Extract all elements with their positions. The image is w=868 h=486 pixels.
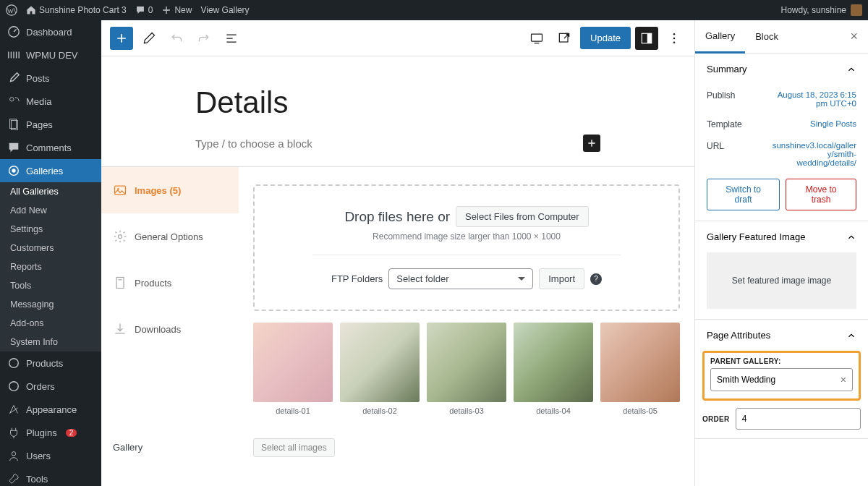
wp-logo[interactable] [6, 4, 17, 16]
tab-general[interactable]: General Options [101, 213, 239, 260]
panel-page-attributes-header[interactable]: Page Attributes [695, 320, 868, 351]
tools-icon [7, 472, 20, 485]
add-block-button[interactable] [110, 27, 133, 50]
menu-users[interactable]: Users [0, 444, 101, 467]
plugins-badge: 2 [66, 429, 77, 437]
post-title[interactable]: Details [195, 85, 600, 120]
tab-block[interactable]: Block [745, 21, 788, 52]
svg-point-9 [12, 452, 15, 456]
thumb-3[interactable]: details-03 [427, 323, 506, 415]
submenu-addons[interactable]: Add-ons [0, 314, 101, 333]
view-button[interactable] [525, 27, 548, 50]
howdy-link[interactable]: Howdy, sunshine [781, 5, 847, 15]
submenu-tools[interactable]: Tools [0, 276, 101, 295]
url-value[interactable]: sunshinev3.local/gallery/smith-wedding/d… [770, 141, 856, 167]
document-overview-button[interactable] [220, 27, 243, 50]
select-files-button[interactable]: Select Files from Computer [456, 206, 589, 227]
featured-image-placeholder[interactable]: Set featured image image [707, 252, 856, 309]
settings-sidebar: Gallery Block × Summary PublishAugust 18… [694, 20, 868, 486]
menu-media[interactable]: Media [0, 90, 101, 113]
svg-point-7 [9, 359, 19, 368]
template-value[interactable]: Single Posts [810, 119, 856, 128]
select-all-button[interactable]: Select all images [253, 438, 335, 457]
menu-dashboard[interactable]: Dashboard [0, 20, 101, 43]
submenu-system-info[interactable]: System Info [0, 333, 101, 351]
close-settings-button[interactable]: × [840, 29, 868, 44]
clear-parent-button[interactable]: × [841, 374, 846, 385]
svg-rect-11 [559, 33, 568, 42]
upload-dropzone[interactable]: Drop files here or Select Files from Com… [253, 184, 680, 311]
menu-posts[interactable]: Posts [0, 67, 101, 90]
pages-icon [7, 118, 20, 131]
update-button[interactable]: Update [580, 27, 631, 49]
tab-products[interactable]: Products [101, 260, 239, 306]
thumb-4[interactable]: details-04 [514, 323, 593, 415]
switch-to-draft-button[interactable]: Switch to draft [707, 179, 780, 210]
plugins-icon [7, 426, 20, 439]
add-block-inline-button[interactable] [583, 135, 600, 152]
order-input[interactable] [736, 408, 861, 430]
products-icon [7, 357, 20, 370]
panel-summary-header[interactable]: Summary [695, 54, 868, 85]
posts-icon [7, 72, 20, 85]
media-icon [7, 95, 20, 108]
submenu-all-galleries[interactable]: All Galleries [0, 182, 101, 201]
gear-icon [113, 229, 127, 244]
redo-button[interactable] [192, 27, 216, 50]
new-link[interactable]: New [161, 5, 192, 15]
menu-galleries[interactable]: Galleries [0, 159, 101, 182]
submenu-add-new[interactable]: Add New [0, 201, 101, 220]
tab-gallery[interactable]: Gallery [695, 20, 745, 54]
menu-pages[interactable]: Pages [0, 113, 101, 136]
admin-bar: Sunshine Photo Cart 3 0 New View Gallery… [0, 0, 868, 20]
parent-gallery-label: PARENT GALLERY: [710, 357, 853, 365]
menu-tools[interactable]: Tools [0, 467, 101, 486]
ftp-folder-select[interactable]: Select folder [388, 268, 533, 289]
template-label: Template [707, 119, 742, 129]
menu-comments[interactable]: Comments [0, 136, 101, 159]
parent-gallery-input[interactable]: Smith Wedding × [710, 368, 853, 391]
menu-plugins[interactable]: Plugins2 [0, 421, 101, 444]
preview-button[interactable] [553, 27, 576, 50]
svg-point-16 [673, 41, 676, 43]
submenu-settings[interactable]: Settings [0, 220, 101, 239]
gallery-meta-tabs: Images (5) General Options Products Down… [101, 167, 239, 474]
panel-featured-header[interactable]: Gallery Featured Image [695, 221, 868, 252]
thumb-2[interactable]: details-02 [340, 323, 420, 415]
comments-icon [7, 141, 20, 154]
import-button[interactable]: Import [539, 268, 584, 289]
publish-value[interactable]: August 18, 2023 6:15 pm UTC+0 [770, 90, 856, 108]
menu-products[interactable]: Products [0, 351, 101, 375]
chevron-up-icon [846, 331, 856, 341]
move-to-trash-button[interactable]: Move to trash [786, 179, 856, 210]
dropzone-hint: Recommend image size larger than 1000 × … [269, 231, 664, 242]
admin-sidebar: Dashboard WPMU DEV Posts Media Pages Com… [0, 20, 101, 486]
submenu-customers[interactable]: Customers [0, 239, 101, 257]
thumb-1[interactable]: details-01 [253, 323, 333, 415]
tag-icon [113, 276, 127, 290]
undo-button[interactable] [165, 27, 188, 50]
galleries-icon [7, 164, 20, 177]
svg-point-15 [673, 37, 676, 39]
submenu-reports[interactable]: Reports [0, 257, 101, 276]
svg-point-19 [119, 235, 122, 239]
thumbnails-row: details-01 details-02 details-03 details… [253, 323, 680, 415]
menu-appearance[interactable]: Appearance [0, 398, 101, 421]
images-icon [113, 183, 127, 197]
site-title-link[interactable]: Sunshine Photo Cart 3 [26, 5, 127, 15]
submenu-messaging[interactable]: Messaging [0, 295, 101, 314]
menu-orders[interactable]: Orders [0, 375, 101, 398]
help-icon[interactable]: ? [590, 273, 602, 285]
comments-link[interactable]: 0 [135, 5, 153, 15]
avatar[interactable] [851, 4, 862, 16]
settings-toggle-button[interactable] [635, 27, 658, 50]
view-gallery-link[interactable]: View Gallery [200, 5, 249, 15]
svg-rect-10 [532, 34, 542, 41]
options-button[interactable] [663, 27, 686, 50]
block-placeholder-text[interactable]: Type / to choose a block [195, 137, 312, 150]
thumb-5[interactable]: details-05 [600, 323, 680, 415]
edit-mode-button[interactable] [137, 27, 161, 50]
menu-wpmudev[interactable]: WPMU DEV [0, 43, 101, 67]
tab-downloads[interactable]: Downloads [101, 306, 239, 352]
tab-images[interactable]: Images (5) [101, 167, 239, 213]
